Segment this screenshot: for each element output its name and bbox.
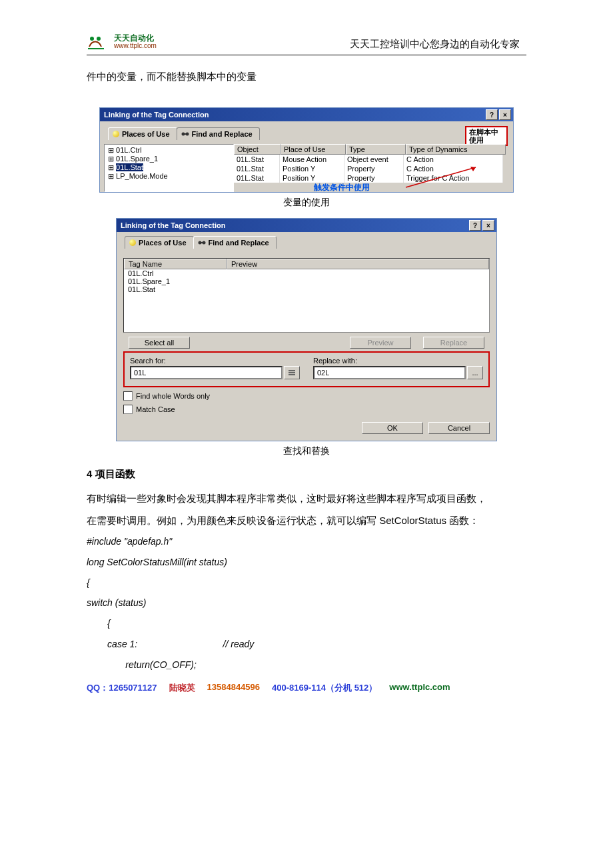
tab-label: Find and Replace [209,239,269,247]
footer-phone: 13584844596 [207,682,261,694]
help-button[interactable]: ? [469,220,481,231]
whole-words-checkbox[interactable]: Find whole Words only [123,391,490,401]
list-icon [288,369,296,376]
tag-list[interactable]: Tag Name Preview 01L.Ctrl 01L.Spare_1 01… [123,258,490,333]
cancel-button[interactable]: Cancel [428,422,490,434]
tag-tree[interactable]: ⊞ 01L.Ctrl ⊞ 01L.Spare_1 ⊞ 01L.Stat ⊞ LP… [104,144,234,192]
replace-with-label: Replace with: [313,357,483,365]
section4-p2: 在需要时调用。例如，为用颜色来反映设备运行状态，就可以编写 SetColorSt… [87,509,526,531]
tab1-label: Places of Use [122,130,170,138]
table-row[interactable]: 01L.Stat Mouse Action Object event C Act… [234,155,509,164]
intro-text: 件中的变量，而不能替换脚本中的变量 [87,65,526,87]
bulb-icon [129,239,136,246]
svg-point-0 [90,37,94,41]
header-underline [87,54,526,55]
logo-url: www.ttplc.com [114,43,157,50]
usage-grid: Object Place of Use Type Type of Dynamic… [234,144,509,192]
tab-places-of-use[interactable]: Places of Use [108,127,177,140]
footer-name: 陆晓英 [169,682,195,694]
svg-rect-4 [184,133,187,135]
tree-item-selected[interactable]: 01L.Stat [116,163,143,171]
logo: 天天自动化 www.ttplc.com [87,33,157,51]
tab2-label: Find and Replace [192,130,253,138]
bulb-icon [113,131,119,137]
footer-qq: QQ：1265071127 [87,682,157,694]
annotation-trigger-use: 触发条件中使用 [314,182,370,193]
close-button[interactable]: × [499,109,511,120]
section4-title: 4 项目函数 [87,468,526,481]
list-item[interactable]: 01L.Stat [124,285,489,293]
tab-find-replace[interactable]: Find and Replace [177,127,260,140]
close-button[interactable]: × [482,220,494,231]
search-input[interactable]: 01L [130,366,283,379]
code-line: { [87,573,526,593]
code-line: #include "apdefap.h" [87,531,526,552]
col-object[interactable]: Object [234,144,281,155]
col-place-of-use[interactable]: Place of Use [281,144,346,155]
code-line: long SetColorStatusMill(int status) [87,552,526,573]
search-for-label: Search for: [130,357,300,365]
page-footer: QQ：1265071127 陆晓英 13584844596 400-8169-1… [87,682,526,694]
dialog2-title: Linking of the Tag Connection [121,221,225,229]
dialog1-title: Linking of the Tag Connection [104,111,209,119]
replace-button[interactable]: Replace [423,337,484,349]
page-title: 天天工控培训中心您身边的自动化专家 [350,38,520,51]
col-type[interactable]: Type [346,144,406,155]
svg-rect-7 [201,242,203,243]
code-line: return(CO_OFF); [87,655,526,675]
tab-places-of-use[interactable]: Places of Use [125,236,194,249]
col-preview[interactable]: Preview [227,259,489,269]
binoculars-icon [198,239,206,246]
annotation-script-use: 在脚本中使用 [465,126,508,146]
search-replace-highlight: Search for: 01L Replace with: 02L ... [123,351,490,387]
tree-item[interactable]: LP_Mode.Mode [116,172,168,180]
tree-item[interactable]: 01L.Ctrl [116,146,142,154]
svg-point-1 [97,37,101,41]
replace-browse-button[interactable]: ... [467,366,483,379]
svg-rect-9 [289,372,295,373]
tab-find-replace[interactable]: Find and Replace [193,236,277,249]
col-tagname[interactable]: Tag Name [124,259,227,269]
help-button[interactable]: ? [486,109,498,120]
figure-caption-1: 变量的使用 [87,197,526,209]
find-replace-dialog: Linking of the Tag Connection ? × Places… [116,218,497,441]
footer-url: www.ttplc.com [389,682,450,694]
footer-hotline: 400-8169-114（分机 512） [272,682,377,694]
svg-rect-8 [289,370,295,371]
match-case-checkbox[interactable]: Match Case [123,405,490,414]
code-line: switch (status) [87,593,526,613]
section4-p1: 有时编辑一些对象时会发现其脚本程序非常类似，这时最好将这些脚本程序写成项目函数， [87,487,526,509]
binoculars-icon [181,131,189,137]
replace-input[interactable]: 02L [313,366,466,379]
ok-button[interactable]: OK [362,422,423,434]
preview-button[interactable]: Preview [350,337,411,349]
search-browse-button[interactable] [284,366,300,379]
svg-rect-10 [289,374,295,375]
col-dynamics[interactable]: Type of Dynamics [406,144,506,155]
code-line: case 1: // ready [87,634,526,655]
list-item[interactable]: 01L.Spare_1 [124,277,489,285]
places-of-use-dialog: Linking of the Tag Connection ? × Places… [99,107,514,193]
arrow-icon [402,164,482,191]
select-all-button[interactable]: Select all [129,337,190,349]
code-line: { [87,613,526,634]
figure-caption-2: 查找和替换 [87,445,526,457]
tab-label: Places of Use [139,239,187,247]
list-item[interactable]: 01L.Ctrl [124,269,489,277]
tree-item[interactable]: 01L.Spare_1 [116,155,158,163]
